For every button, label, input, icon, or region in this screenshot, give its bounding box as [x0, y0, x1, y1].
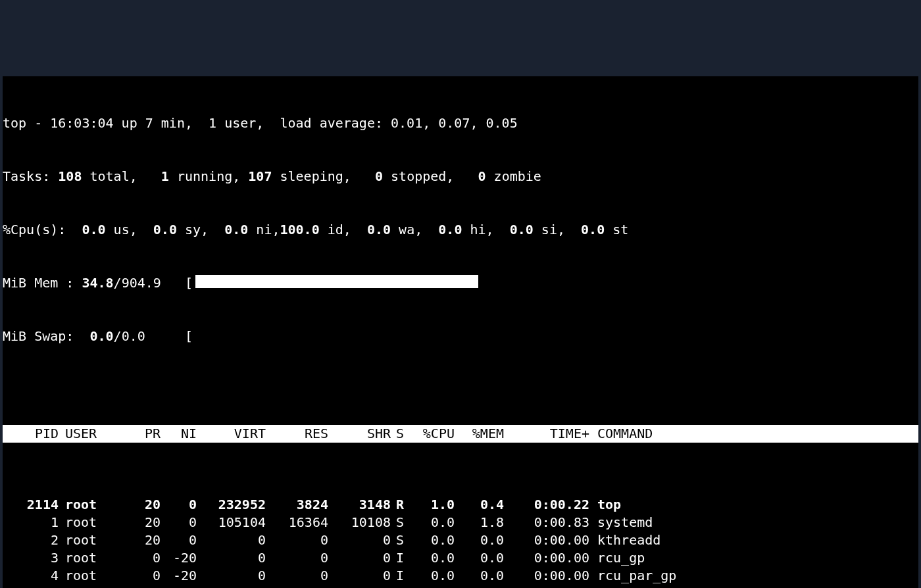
cell-time: 0:00.00	[504, 567, 589, 585]
cell-pr: 20	[128, 531, 161, 549]
cell-cpu: 0.0	[405, 585, 455, 588]
cell-mem: 0.0	[455, 567, 504, 585]
cell-pid: 5	[3, 585, 59, 588]
mem-total: 904.9	[122, 275, 161, 291]
cell-s: I	[391, 549, 405, 567]
cell-ni: 0	[161, 496, 197, 514]
cell-cpu: 0.0	[405, 549, 455, 567]
col-ni: NI	[161, 425, 197, 443]
swap-total: 0.0	[122, 328, 145, 344]
cell-user: root	[59, 531, 128, 549]
cell-pid: 1	[3, 514, 59, 531]
mem-label: MiB Mem :	[3, 275, 82, 291]
col-user: USER	[59, 425, 128, 443]
cell-cpu: 1.0	[405, 496, 455, 514]
terminal-output[interactable]: top - 16:03:04 up 7 min, 1 user, load av…	[3, 76, 918, 588]
cell-cpu: 0.0	[405, 514, 455, 531]
cell-mem: 0.0	[455, 585, 504, 588]
cell-virt: 0	[197, 585, 266, 588]
col-cpu: %CPU	[405, 425, 455, 443]
cell-res: 0	[266, 531, 328, 549]
col-pid: PID	[3, 425, 59, 443]
cell-cpu: 0.0	[405, 567, 455, 585]
cell-virt: 0	[197, 567, 266, 585]
table-row: 3root0-20000I0.00.00:00.00rcu_gp	[3, 549, 918, 567]
cell-s: I	[391, 585, 405, 588]
cell-shr: 0	[328, 567, 391, 585]
cell-cmd: rcu_par_gp	[589, 567, 918, 585]
cell-user: root	[59, 549, 128, 567]
cell-ni: 0	[161, 514, 197, 531]
uptime-text: up 7 min, 1 user, load average:	[114, 115, 391, 131]
cell-time: 0:00.00	[504, 585, 589, 588]
cell-shr: 10108	[328, 514, 391, 531]
top-prefix: top -	[3, 115, 50, 131]
cell-time: 0:00.00	[504, 549, 589, 567]
cpu-si: 0.0	[510, 222, 534, 237]
cell-time: 0:00.83	[504, 514, 589, 531]
cell-mem: 1.8	[455, 514, 504, 531]
cell-cmd: top	[589, 496, 918, 514]
clock-time: 16:03:04	[50, 115, 113, 131]
col-time: TIME+	[504, 425, 589, 443]
cell-pr: 0	[128, 567, 161, 585]
mem-usage-bar	[195, 275, 478, 288]
cell-user: root	[59, 514, 128, 531]
summary-line-tasks: Tasks: 108 total, 1 running, 107 sleepin…	[3, 168, 918, 185]
cell-pid: 2114	[3, 496, 59, 514]
cell-shr: 3148	[328, 496, 391, 514]
cell-virt: 0	[197, 549, 266, 567]
cell-shr: 0	[328, 549, 391, 567]
cell-pr: 20	[128, 514, 161, 531]
cell-virt: 105104	[197, 514, 266, 531]
cell-user: root	[59, 585, 128, 588]
process-table-body: 2114root20023295238243148R1.00.40:00.22t…	[3, 496, 918, 588]
cell-mem: 0.0	[455, 549, 504, 567]
tasks-label: Tasks:	[3, 168, 58, 184]
swap-used: 0.0	[89, 328, 113, 344]
load-average: 0.01, 0.07, 0.05	[391, 115, 518, 131]
cell-res: 0	[266, 567, 328, 585]
cell-virt: 232952	[197, 496, 266, 514]
col-virt: VIRT	[197, 425, 266, 443]
cell-shr: 0	[328, 531, 391, 549]
cell-s: S	[391, 531, 405, 549]
cpu-id: 100.0	[280, 222, 319, 237]
process-table-header: PIDUSERPRNIVIRTRESSHRS%CPU%MEMTIME+COMMA…	[3, 425, 918, 443]
cpu-sy: 0.0	[153, 222, 177, 237]
cell-virt: 0	[197, 531, 266, 549]
summary-line-swap: MiB Swap: 0.0/0.0 [	[3, 328, 918, 345]
cell-res: 3824	[266, 496, 328, 514]
summary-line-1: top - 16:03:04 up 7 min, 1 user, load av…	[3, 114, 918, 132]
cell-mem: 0.4	[455, 496, 504, 514]
cell-pid: 2	[3, 531, 59, 549]
cell-cmd: kthreadd	[589, 531, 918, 549]
col-cmd: COMMAND	[589, 425, 918, 443]
tasks-zombie: 0	[478, 168, 486, 184]
cell-time: 0:00.00	[504, 531, 589, 549]
cell-ni: -20	[161, 585, 197, 588]
tasks-stopped: 0	[375, 168, 383, 184]
cell-cmd: rcu_gp	[589, 549, 918, 567]
cell-shr: 0	[328, 585, 391, 588]
swap-label: MiB Swap:	[3, 328, 89, 344]
cell-res: 0	[266, 585, 328, 588]
cell-pid: 4	[3, 567, 59, 585]
cell-pr: 0	[128, 549, 161, 567]
tasks-sleeping: 107	[248, 168, 272, 184]
cell-ni: 0	[161, 531, 197, 549]
col-s: S	[391, 425, 405, 443]
cell-time: 0:00.22	[504, 496, 589, 514]
cpu-wa: 0.0	[367, 222, 391, 237]
cell-ni: -20	[161, 549, 197, 567]
cpu-ni: 0.0	[224, 222, 248, 237]
cell-cmd: slub_flushwq	[589, 585, 918, 588]
col-res: RES	[266, 425, 328, 443]
cell-cpu: 0.0	[405, 531, 455, 549]
col-pr: PR	[128, 425, 161, 443]
cell-mem: 0.0	[455, 531, 504, 549]
cell-res: 0	[266, 549, 328, 567]
tasks-running: 1	[161, 168, 169, 184]
summary-line-cpu: %Cpu(s): 0.0 us, 0.0 sy, 0.0 ni,100.0 id…	[3, 221, 918, 239]
cell-pr: 0	[128, 585, 161, 588]
